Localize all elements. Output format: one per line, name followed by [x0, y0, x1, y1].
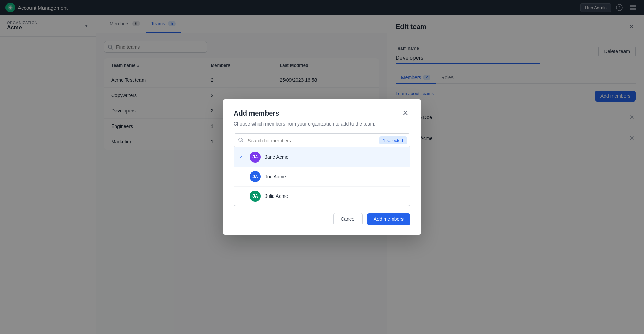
- modal-search-wrap: 1 selected: [234, 133, 410, 147]
- avatar: JA: [250, 152, 261, 163]
- option-name: Joe Acme: [265, 174, 286, 179]
- selected-badge: 1 selected: [379, 136, 407, 144]
- check-icon: ✓: [239, 154, 246, 160]
- member-option[interactable]: JA Joe Acme: [234, 167, 410, 187]
- member-option[interactable]: ✓ JA Jane Acme: [234, 147, 410, 167]
- modal-close-button[interactable]: ✕: [400, 109, 410, 118]
- modal-search-icon: [234, 134, 248, 147]
- modal-search-input[interactable]: [248, 134, 379, 147]
- option-name: Julia Acme: [265, 193, 288, 199]
- modal-subtitle: Choose which members from your organizat…: [234, 121, 410, 127]
- modal-header: Add members ✕: [234, 109, 410, 118]
- option-name: Jane Acme: [265, 154, 288, 160]
- modal-footer: Cancel Add members: [234, 213, 410, 225]
- cancel-button[interactable]: Cancel: [333, 213, 363, 225]
- avatar: JA: [250, 191, 261, 202]
- member-option[interactable]: JA Julia Acme: [234, 187, 410, 206]
- members-dropdown: ✓ JA Jane Acme JA Joe Acme JA Julia Acme: [234, 147, 410, 206]
- modal-title: Add members: [234, 109, 279, 117]
- confirm-add-button[interactable]: Add members: [367, 213, 410, 225]
- svg-point-9: [239, 138, 242, 141]
- add-members-modal: Add members ✕ Choose which members from …: [223, 99, 421, 235]
- svg-line-10: [242, 141, 243, 142]
- avatar: JA: [250, 171, 261, 182]
- modal-overlay[interactable]: Add members ✕ Choose which members from …: [0, 0, 644, 334]
